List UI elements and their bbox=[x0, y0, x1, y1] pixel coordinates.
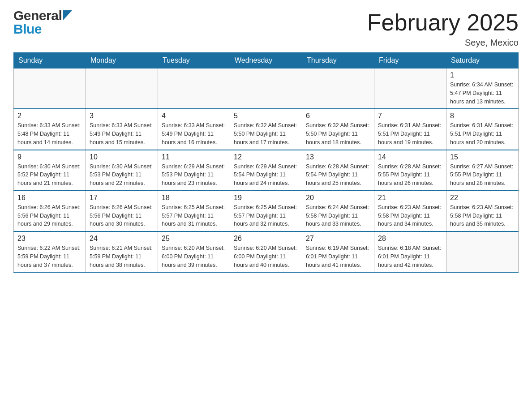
calendar-week-row: 2Sunrise: 6:33 AM Sunset: 5:48 PM Daylig… bbox=[14, 109, 519, 150]
day-number: 11 bbox=[162, 153, 226, 161]
day-info: Sunrise: 6:32 AM Sunset: 5:50 PM Dayligh… bbox=[234, 121, 298, 146]
header-saturday: Saturday bbox=[446, 53, 519, 68]
calendar-day-cell: 12Sunrise: 6:29 AM Sunset: 5:54 PM Dayli… bbox=[230, 150, 302, 191]
day-number: 6 bbox=[306, 112, 370, 120]
day-number: 28 bbox=[378, 235, 442, 243]
calendar-day-cell: 8Sunrise: 6:31 AM Sunset: 5:51 PM Daylig… bbox=[446, 109, 519, 150]
day-number: 25 bbox=[162, 235, 226, 243]
calendar-day-cell bbox=[302, 68, 374, 109]
day-number: 7 bbox=[378, 112, 442, 120]
day-number: 19 bbox=[234, 194, 298, 202]
day-number: 22 bbox=[450, 194, 515, 202]
day-info: Sunrise: 6:28 AM Sunset: 5:54 PM Dayligh… bbox=[306, 163, 370, 188]
calendar-day-cell: 22Sunrise: 6:23 AM Sunset: 5:58 PM Dayli… bbox=[446, 191, 519, 231]
day-info: Sunrise: 6:33 AM Sunset: 5:48 PM Dayligh… bbox=[17, 121, 82, 146]
calendar-day-cell bbox=[14, 68, 86, 109]
day-info: Sunrise: 6:31 AM Sunset: 5:51 PM Dayligh… bbox=[450, 121, 515, 146]
calendar-day-cell: 14Sunrise: 6:28 AM Sunset: 5:55 PM Dayli… bbox=[374, 150, 446, 191]
day-info: Sunrise: 6:24 AM Sunset: 5:58 PM Dayligh… bbox=[306, 203, 370, 228]
logo-triangle-icon bbox=[63, 10, 72, 21]
calendar-day-cell: 26Sunrise: 6:20 AM Sunset: 6:00 PM Dayli… bbox=[230, 231, 302, 272]
day-number: 12 bbox=[234, 153, 298, 161]
day-number: 26 bbox=[234, 235, 298, 243]
calendar-day-cell: 19Sunrise: 6:25 AM Sunset: 5:57 PM Dayli… bbox=[230, 191, 302, 231]
logo-general-text: General bbox=[13, 9, 62, 22]
calendar-day-cell bbox=[446, 231, 519, 272]
day-info: Sunrise: 6:30 AM Sunset: 5:52 PM Dayligh… bbox=[17, 163, 82, 188]
calendar-header-row: Sunday Monday Tuesday Wednesday Thursday… bbox=[14, 53, 519, 68]
title-block: February 2025 Seye, Mexico bbox=[367, 9, 519, 48]
day-info: Sunrise: 6:34 AM Sunset: 5:47 PM Dayligh… bbox=[450, 81, 515, 106]
header-monday: Monday bbox=[86, 53, 158, 68]
header-thursday: Thursday bbox=[302, 53, 374, 68]
day-number: 18 bbox=[162, 194, 226, 202]
day-info: Sunrise: 6:25 AM Sunset: 5:57 PM Dayligh… bbox=[234, 203, 298, 228]
svg-marker-0 bbox=[63, 10, 72, 20]
day-number: 15 bbox=[450, 153, 515, 161]
calendar-day-cell bbox=[374, 68, 446, 109]
day-number: 16 bbox=[17, 194, 82, 202]
day-number: 5 bbox=[234, 112, 298, 120]
day-info: Sunrise: 6:25 AM Sunset: 5:57 PM Dayligh… bbox=[162, 203, 226, 228]
calendar-week-row: 9Sunrise: 6:30 AM Sunset: 5:52 PM Daylig… bbox=[14, 150, 519, 191]
day-info: Sunrise: 6:18 AM Sunset: 6:01 PM Dayligh… bbox=[378, 244, 442, 269]
calendar-day-cell bbox=[86, 68, 158, 109]
day-info: Sunrise: 6:29 AM Sunset: 5:53 PM Dayligh… bbox=[162, 163, 226, 188]
day-number: 3 bbox=[90, 112, 154, 120]
calendar-table: Sunday Monday Tuesday Wednesday Thursday… bbox=[13, 52, 519, 273]
calendar-day-cell bbox=[230, 68, 302, 109]
logo: General Blue bbox=[13, 9, 72, 36]
calendar-day-cell: 21Sunrise: 6:23 AM Sunset: 5:58 PM Dayli… bbox=[374, 191, 446, 231]
day-info: Sunrise: 6:26 AM Sunset: 5:56 PM Dayligh… bbox=[90, 203, 154, 228]
day-info: Sunrise: 6:26 AM Sunset: 5:56 PM Dayligh… bbox=[17, 203, 82, 228]
calendar-day-cell: 6Sunrise: 6:32 AM Sunset: 5:50 PM Daylig… bbox=[302, 109, 374, 150]
calendar-day-cell: 5Sunrise: 6:32 AM Sunset: 5:50 PM Daylig… bbox=[230, 109, 302, 150]
calendar-day-cell: 10Sunrise: 6:30 AM Sunset: 5:53 PM Dayli… bbox=[86, 150, 158, 191]
calendar-day-cell: 27Sunrise: 6:19 AM Sunset: 6:01 PM Dayli… bbox=[302, 231, 374, 272]
day-info: Sunrise: 6:23 AM Sunset: 5:58 PM Dayligh… bbox=[450, 203, 515, 228]
calendar-day-cell: 2Sunrise: 6:33 AM Sunset: 5:48 PM Daylig… bbox=[14, 109, 86, 150]
calendar-day-cell: 20Sunrise: 6:24 AM Sunset: 5:58 PM Dayli… bbox=[302, 191, 374, 231]
day-info: Sunrise: 6:21 AM Sunset: 5:59 PM Dayligh… bbox=[90, 244, 154, 269]
calendar-day-cell: 13Sunrise: 6:28 AM Sunset: 5:54 PM Dayli… bbox=[302, 150, 374, 191]
calendar-day-cell bbox=[158, 68, 230, 109]
day-info: Sunrise: 6:30 AM Sunset: 5:53 PM Dayligh… bbox=[90, 163, 154, 188]
month-title: February 2025 bbox=[367, 9, 519, 36]
header-tuesday: Tuesday bbox=[158, 53, 230, 68]
header-sunday: Sunday bbox=[14, 53, 86, 68]
day-number: 20 bbox=[306, 194, 370, 202]
day-info: Sunrise: 6:22 AM Sunset: 5:59 PM Dayligh… bbox=[17, 244, 82, 269]
calendar-day-cell: 15Sunrise: 6:27 AM Sunset: 5:55 PM Dayli… bbox=[446, 150, 519, 191]
header-wednesday: Wednesday bbox=[230, 53, 302, 68]
day-info: Sunrise: 6:29 AM Sunset: 5:54 PM Dayligh… bbox=[234, 163, 298, 188]
day-info: Sunrise: 6:20 AM Sunset: 6:00 PM Dayligh… bbox=[162, 244, 226, 269]
day-info: Sunrise: 6:33 AM Sunset: 5:49 PM Dayligh… bbox=[90, 121, 154, 146]
calendar-day-cell: 4Sunrise: 6:33 AM Sunset: 5:49 PM Daylig… bbox=[158, 109, 230, 150]
calendar-day-cell: 7Sunrise: 6:31 AM Sunset: 5:51 PM Daylig… bbox=[374, 109, 446, 150]
calendar-day-cell: 11Sunrise: 6:29 AM Sunset: 5:53 PM Dayli… bbox=[158, 150, 230, 191]
day-number: 2 bbox=[17, 112, 82, 120]
day-info: Sunrise: 6:23 AM Sunset: 5:58 PM Dayligh… bbox=[378, 203, 442, 228]
calendar-day-cell: 28Sunrise: 6:18 AM Sunset: 6:01 PM Dayli… bbox=[374, 231, 446, 272]
header-friday: Friday bbox=[374, 53, 446, 68]
calendar-day-cell: 17Sunrise: 6:26 AM Sunset: 5:56 PM Dayli… bbox=[86, 191, 158, 231]
day-number: 14 bbox=[378, 153, 442, 161]
calendar-day-cell: 24Sunrise: 6:21 AM Sunset: 5:59 PM Dayli… bbox=[86, 231, 158, 272]
calendar-week-row: 1Sunrise: 6:34 AM Sunset: 5:47 PM Daylig… bbox=[14, 68, 519, 109]
day-number: 13 bbox=[306, 153, 370, 161]
logo-blue-text: Blue bbox=[13, 21, 42, 36]
calendar-week-row: 16Sunrise: 6:26 AM Sunset: 5:56 PM Dayli… bbox=[14, 191, 519, 231]
day-info: Sunrise: 6:27 AM Sunset: 5:55 PM Dayligh… bbox=[450, 163, 515, 188]
day-number: 4 bbox=[162, 112, 226, 120]
calendar-day-cell: 25Sunrise: 6:20 AM Sunset: 6:00 PM Dayli… bbox=[158, 231, 230, 272]
calendar-day-cell: 1Sunrise: 6:34 AM Sunset: 5:47 PM Daylig… bbox=[446, 68, 519, 109]
day-info: Sunrise: 6:33 AM Sunset: 5:49 PM Dayligh… bbox=[162, 121, 226, 146]
day-number: 10 bbox=[90, 153, 154, 161]
location: Seye, Mexico bbox=[367, 38, 519, 48]
day-info: Sunrise: 6:19 AM Sunset: 6:01 PM Dayligh… bbox=[306, 244, 370, 269]
calendar-week-row: 23Sunrise: 6:22 AM Sunset: 5:59 PM Dayli… bbox=[14, 231, 519, 272]
day-number: 24 bbox=[90, 235, 154, 243]
day-info: Sunrise: 6:32 AM Sunset: 5:50 PM Dayligh… bbox=[306, 121, 370, 146]
calendar-day-cell: 18Sunrise: 6:25 AM Sunset: 5:57 PM Dayli… bbox=[158, 191, 230, 231]
day-number: 21 bbox=[378, 194, 442, 202]
